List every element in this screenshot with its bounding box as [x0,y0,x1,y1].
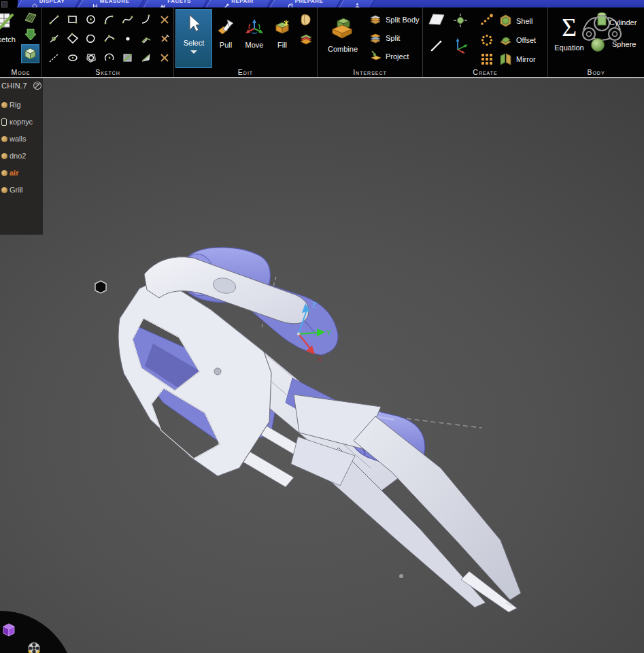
combine-button[interactable]: Combine [322,10,364,53]
tab-render[interactable] [339,0,375,7]
pull-button[interactable]: Pull [212,14,239,49]
display-tab-icon [32,0,37,7]
sketch-tool-point-icon[interactable] [118,29,137,48]
ribbon-tab-bar: DISPLAY MEASURE FACETS REPAIR PREPARE [0,0,644,7]
ribbon-group-create: Shell Offset Mirror Create [423,7,548,77]
tree-item-rig[interactable]: Rig [0,97,43,112]
fill-button[interactable]: Fill [269,14,295,49]
sketch-tool-polygon-icon[interactable] [82,29,100,48]
group-label-edit: Edit [174,68,317,76]
split-body-button[interactable]: Split Body [369,12,420,28]
linear-pattern-icon[interactable] [480,13,494,29]
group-label-mode: Mode [0,68,41,76]
select-button[interactable]: Select [175,9,212,68]
ribbon-group-mode: Sketch Mode [0,7,42,77]
sketch-tool-line-icon[interactable] [45,10,63,29]
axis-label-y: Y [326,329,332,337]
axis-icon[interactable] [430,39,443,55]
mirror-icon [499,52,512,67]
ribbon-group-edit: Select Pull [174,7,318,77]
sketch-tool-circle-icon[interactable] [82,10,100,29]
project-icon [369,50,382,63]
pull-down-arrow-icon[interactable] [24,28,37,44]
sketch-tool-circle-in-polygon-icon[interactable] [82,48,100,67]
layers-icon[interactable] [299,33,313,48]
offset-button[interactable]: Offset [499,32,536,48]
tab-prepare[interactable]: PREPARE [270,0,341,7]
grid-pattern-icon[interactable] [480,52,494,69]
move-icon [245,14,264,40]
split-body-icon [369,13,382,27]
cylinder-button[interactable]: Cylinder [609,18,637,27]
offset-icon [499,33,512,48]
tab-repair[interactable]: REPAIR [206,0,271,7]
sketch-tool-corner-arc-icon[interactable] [137,10,155,29]
stray-point [399,574,403,578]
ribbon-group-intersect: Combine Split Body Split Project Interse… [318,7,423,77]
sketch-tool-rectangle-icon[interactable] [63,10,82,29]
tree-item-korpus[interactable]: корпус [0,114,43,129]
axis-label-x: X [317,355,322,363]
circular-pattern-icon[interactable] [480,33,494,50]
sync-disabled-icon[interactable] [33,81,42,93]
tree-root-label[interactable]: CHIN.7 [1,82,27,90]
sketch-tool-center-arc-icon[interactable] [100,48,118,67]
pull-icon [217,14,235,40]
vertex-sphere-handle[interactable] [214,368,221,375]
sketch-tool-rotated-rectangle-icon[interactable] [63,29,82,48]
tab-measure[interactable]: MEASURE [78,0,143,7]
hexagon-handle[interactable] [95,281,106,293]
move-button[interactable]: Move [239,14,269,49]
structure-tree-panel: CHIN.7 Rig корпус walls dno2 [0,78,43,235]
tab-facets[interactable]: FACETS [143,0,207,7]
sketch-tool-bend-line-icon[interactable] [137,29,155,48]
sigma-icon: Σ [562,14,577,40]
tree-item-air[interactable]: air [0,165,43,180]
split-button[interactable]: Split [369,30,400,46]
sphere-icon[interactable] [590,37,605,55]
sketch-tool-ellipse-icon[interactable] [63,48,82,67]
app-menu-corner[interactable] [0,0,18,7]
sketch-mode-button[interactable]: Sketch [0,9,22,44]
sketch-tool-spline-point-icon[interactable] [45,29,63,48]
sketch-grid-icon [0,9,15,35]
replace-icon[interactable] [299,13,313,31]
shell-button[interactable]: Shell [499,13,532,29]
tab-display[interactable]: DISPLAY [17,0,80,7]
component-dot-icon [1,102,7,108]
axis-label-z: Z [312,301,317,309]
component-dot-icon [1,153,7,159]
fill-icon [273,14,291,40]
repair-tab-icon [224,0,229,7]
spaceclaim-window: DISPLAY MEASURE FACETS REPAIR PREPARE [0,0,644,653]
coordinate-system-icon[interactable] [453,37,469,56]
ribbon-group-body: Σ Equation Cylinder [548,7,644,77]
section-plane-icon[interactable] [23,11,38,27]
tree-item-grill[interactable]: Grill [0,182,43,197]
solid-3d-mode-icon[interactable] [21,44,39,63]
render-reel-icon[interactable] [27,641,41,653]
point-icon[interactable] [453,13,468,31]
sketch-tool-spline-icon[interactable] [118,10,137,29]
sketch-tool-trim-icon[interactable] [155,10,173,29]
wireframe-cube-icon[interactable] [2,622,16,640]
sketch-tool-trim-small-icon[interactable] [155,29,173,48]
sketch-tool-split-region-icon[interactable] [137,48,155,67]
viewport-canvas[interactable]: Z Y X [0,78,644,653]
3d-viewport[interactable]: Z Y X CHIN.7 Rig корпус [0,78,644,653]
sketch-tool-three-point-arc-icon[interactable] [100,29,118,48]
sketch-tool-construction-line-icon[interactable] [45,48,63,67]
tree-item-walls[interactable]: walls [0,131,43,146]
render-tab-icon [354,0,360,7]
tree-item-dno2[interactable]: dno2 [0,148,43,163]
select-dropdown-caret[interactable] [190,50,197,54]
sketch-tool-tangent-arc-icon[interactable] [100,10,118,29]
mirror-button[interactable]: Mirror [499,51,536,67]
component-box-icon [1,118,7,126]
sketch-tool-cross-icon[interactable] [155,48,173,67]
plane-icon[interactable] [428,13,445,28]
project-button[interactable]: Project [369,48,409,65]
sketch-tool-hatch-region-icon[interactable] [118,48,137,67]
facets-tab-icon [160,0,165,7]
sphere-button[interactable]: Sphere [612,40,636,48]
